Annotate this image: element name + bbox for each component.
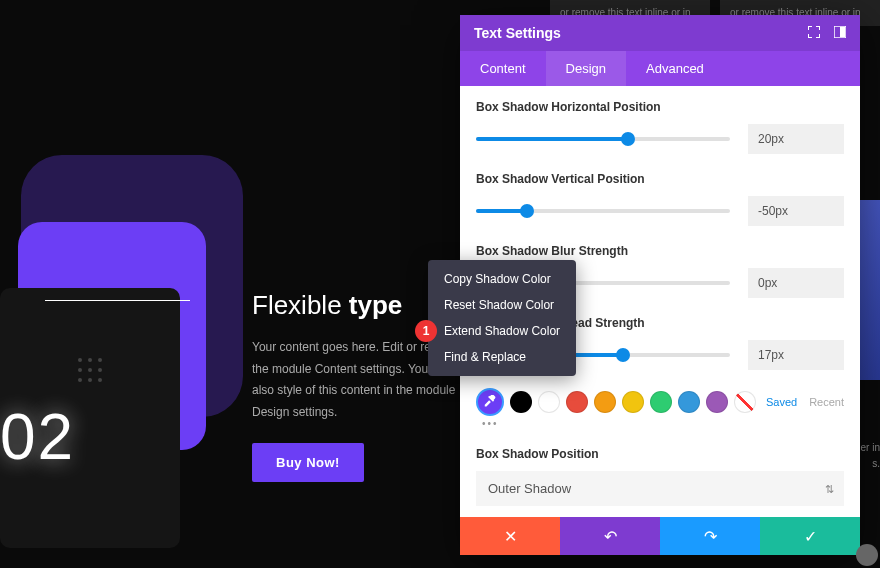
buy-now-button[interactable]: Buy Now! — [252, 443, 364, 482]
tab-content[interactable]: Content — [460, 51, 546, 86]
panel-header[interactable]: Text Settings — [460, 15, 860, 51]
value-input-vertical[interactable] — [748, 196, 844, 226]
swatch-none[interactable] — [734, 391, 756, 413]
option-box-shadow-position: Box Shadow Position Outer Shadow ⇅ — [476, 447, 844, 506]
step-badge: 1 — [415, 320, 437, 342]
corner-resize-button[interactable] — [856, 544, 878, 566]
option-label: Box Shadow Blur Strength — [476, 244, 844, 258]
card-divider — [45, 300, 190, 301]
color-swatch[interactable] — [510, 391, 532, 413]
color-swatch[interactable] — [622, 391, 644, 413]
eyedropper-button[interactable] — [476, 388, 504, 416]
panel-title: Text Settings — [474, 25, 561, 41]
right-text: er in s. — [860, 440, 880, 472]
more-colors-icon[interactable]: ••• — [482, 418, 844, 429]
cancel-button[interactable]: ✕ — [460, 517, 560, 555]
color-swatch[interactable] — [678, 391, 700, 413]
select-shadow-position[interactable]: Outer Shadow — [476, 471, 844, 506]
color-swatch[interactable] — [594, 391, 616, 413]
value-input-spread[interactable] — [748, 340, 844, 370]
option-horizontal-position: Box Shadow Horizontal Position — [476, 100, 844, 154]
color-tab-recent[interactable]: Recent — [809, 396, 844, 408]
tab-design[interactable]: Design — [546, 51, 626, 86]
close-icon: ✕ — [504, 527, 517, 546]
context-find-replace[interactable]: Find & Replace — [428, 344, 576, 370]
undo-icon: ↶ — [604, 527, 617, 546]
option-label: Box Shadow Position — [476, 447, 844, 461]
color-tab-saved[interactable]: Saved — [766, 396, 797, 408]
panel-tabs: Content Design Advanced — [460, 51, 860, 86]
slider-thumb[interactable] — [520, 204, 534, 218]
option-shadow-color: Saved Recent ••• — [476, 388, 844, 429]
slider-thumb[interactable] — [621, 132, 635, 146]
context-copy-shadow[interactable]: Copy Shadow Color — [428, 266, 576, 292]
page-background: 02 Flexible type Your content goes here.… — [0, 0, 460, 568]
context-extend-shadow[interactable]: Extend Shadow Color — [428, 318, 576, 344]
redo-icon: ↷ — [704, 527, 717, 546]
svg-rect-1 — [840, 27, 845, 37]
expand-icon[interactable] — [808, 24, 820, 42]
check-icon: ✓ — [804, 527, 817, 546]
color-swatch[interactable] — [566, 391, 588, 413]
undo-button[interactable]: ↶ — [560, 517, 660, 555]
context-menu: Copy Shadow Color Reset Shadow Color Ext… — [428, 260, 576, 376]
option-vertical-position: Box Shadow Vertical Position — [476, 172, 844, 226]
snap-icon[interactable] — [834, 24, 846, 42]
option-label: Box Shadow Vertical Position — [476, 172, 844, 186]
tab-advanced[interactable]: Advanced — [626, 51, 724, 86]
redo-button[interactable]: ↷ — [660, 517, 760, 555]
slider-thumb[interactable] — [616, 348, 630, 362]
slider-horizontal[interactable] — [476, 137, 730, 141]
value-input-horizontal[interactable] — [748, 124, 844, 154]
heading-bold: type — [349, 290, 402, 320]
eyedropper-icon — [483, 395, 497, 409]
heading-regular: Flexible — [252, 290, 349, 320]
context-reset-shadow[interactable]: Reset Shadow Color — [428, 292, 576, 318]
color-swatch[interactable] — [538, 391, 560, 413]
panel-footer: ✕ ↶ ↷ ✓ — [460, 517, 860, 555]
color-swatch[interactable] — [706, 391, 728, 413]
slider-vertical[interactable] — [476, 209, 730, 213]
option-label: Box Shadow Horizontal Position — [476, 100, 844, 114]
value-input-blur[interactable] — [748, 268, 844, 298]
dots-grid-icon — [78, 358, 102, 382]
section-number: 02 — [0, 400, 75, 474]
color-swatch[interactable] — [650, 391, 672, 413]
save-button[interactable]: ✓ — [760, 517, 860, 555]
